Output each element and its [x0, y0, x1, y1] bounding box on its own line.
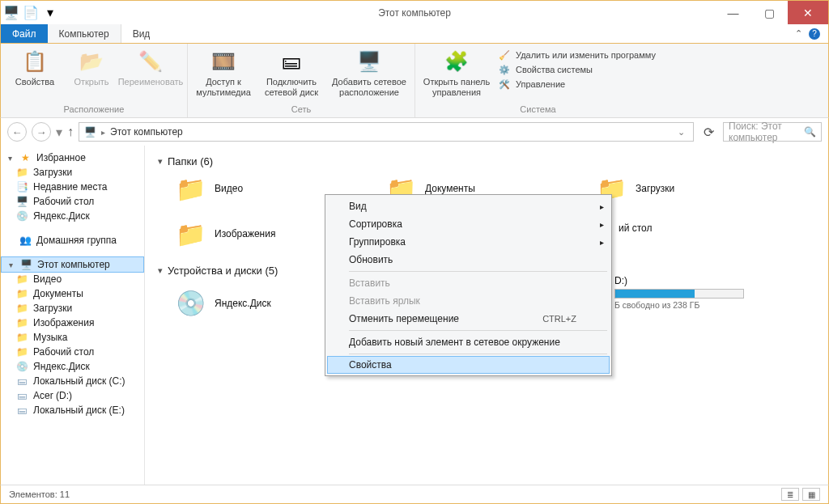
- ribbon-add-network-button[interactable]: 🖥️ Добавить сетевое расположение: [329, 45, 410, 97]
- nav-up-button[interactable]: ↑: [67, 125, 74, 139]
- sidebar-item-drive-c[interactable]: 🖴Локальный диск (C:): [1, 374, 144, 388]
- folder-icon: 📁: [15, 287, 28, 300]
- drive-d-partial[interactable]: D:) Б свободно из 238 ГБ: [614, 275, 776, 310]
- tab-view[interactable]: Вид: [121, 24, 162, 43]
- chevron-down-icon: ▾: [158, 156, 163, 167]
- ctx-paste-shortcut: Вставить ярлык: [328, 292, 609, 310]
- folder-desktop-partial[interactable]: ий стол: [619, 222, 716, 234]
- refresh-button[interactable]: ⟳: [699, 122, 718, 142]
- desktop-icon: 🖥️: [15, 195, 28, 208]
- control-panel-icon: 🧩: [444, 49, 470, 74]
- ribbon-group-network: 🎞️ Доступ к мультимедиа 🖴 Подключить сет…: [188, 44, 415, 117]
- search-icon: 🔍: [804, 126, 816, 138]
- chevron-right-icon: ▸: [600, 220, 604, 229]
- ribbon-properties-button[interactable]: 📋 Свойства: [6, 45, 64, 87]
- ribbon-open-button[interactable]: 📂 Открыть: [69, 45, 114, 87]
- ribbon-group-location: 📋 Свойства 📂 Открыть ✏️ Переименовать Ра…: [1, 44, 188, 117]
- sidebar-item-video[interactable]: 📁Видео: [1, 272, 144, 286]
- sidebar-homegroup[interactable]: 👥Домашняя группа: [1, 233, 144, 248]
- ribbon-group-system-label: Система: [420, 103, 656, 117]
- breadcrumb-root[interactable]: Этот компьютер: [110, 126, 183, 138]
- dvd-icon: 💿: [174, 289, 206, 318]
- ctx-sort[interactable]: Сортировка▸: [328, 215, 609, 233]
- collapse-ribbon-icon[interactable]: ⌃: [795, 28, 802, 39]
- tab-computer[interactable]: Компьютер: [48, 24, 121, 43]
- sidebar-item-recent[interactable]: 📑Недавние места: [1, 180, 144, 194]
- sidebar-item-drive-e[interactable]: 🖴Локальный диск (E:): [1, 403, 144, 417]
- ribbon-uninstall-button[interactable]: 🧹Удалить или изменить программу: [498, 49, 656, 61]
- ctx-refresh[interactable]: Обновить: [328, 251, 609, 269]
- breadcrumb[interactable]: 🖥️ ▸ Этот компьютер ⌄: [79, 122, 694, 142]
- ctx-add-network[interactable]: Добавить новый элемент в сетевое окружен…: [328, 333, 609, 351]
- search-input[interactable]: Поиск: Этот компьютер 🔍: [723, 122, 822, 142]
- folder-icon: 📁: [15, 316, 28, 329]
- system-props-icon: ⚙️: [498, 63, 511, 76]
- ctx-view[interactable]: Вид▸: [328, 197, 609, 215]
- sidebar-item-yadisk2[interactable]: 💿Яндекс.Диск: [1, 359, 144, 374]
- yadisk-icon: 💿: [15, 360, 28, 373]
- ctx-undo-move[interactable]: Отменить перемещениеCTRL+Z: [328, 310, 609, 328]
- sidebar-item-documents[interactable]: 📁Документы: [1, 286, 144, 301]
- pc-glyph-icon: 🖥️: [84, 126, 96, 138]
- sidebar-item-drive-d[interactable]: 🖴Acer (D:): [1, 388, 144, 403]
- open-icon: 📂: [79, 49, 104, 74]
- ribbon-map-drive-button[interactable]: 🖴 Подключить сетевой диск: [259, 45, 324, 97]
- help-icon[interactable]: ?: [809, 28, 820, 40]
- star-icon: ★: [19, 151, 32, 164]
- folder-downloads[interactable]: 📁 Загрузки: [595, 174, 789, 203]
- sidebar-item-desktop2[interactable]: 📁Рабочий стол: [1, 345, 144, 359]
- ctx-shortcut-label: CTRL+Z: [542, 314, 576, 324]
- ribbon: 📋 Свойства 📂 Открыть ✏️ Переименовать Ра…: [0, 44, 829, 118]
- status-item-count: Элементов: 11: [9, 489, 70, 499]
- nav-forward-button[interactable]: →: [32, 122, 51, 142]
- manage-icon: 🛠️: [498, 78, 511, 91]
- content-pane[interactable]: ▾ Папки (6) 📁 Видео 📁 Документы 📁 Загруз…: [145, 146, 828, 485]
- ribbon-rename-button[interactable]: ✏️ Переименовать: [119, 45, 182, 87]
- ctx-separator: [349, 354, 607, 354]
- capacity-bar-d: [614, 289, 744, 299]
- folder-icon: 📁: [15, 345, 28, 358]
- chevron-down-icon[interactable]: ⌄: [674, 127, 688, 138]
- sidebar-item-downloads[interactable]: 📁Загрузки: [1, 165, 144, 180]
- chevron-right-icon: ▸: [101, 128, 105, 137]
- nav-back-button[interactable]: ←: [7, 122, 27, 142]
- sidebar-item-downloads2[interactable]: 📁Загрузки: [1, 301, 144, 316]
- nav-history-dropdown[interactable]: ▾: [56, 125, 62, 140]
- ctx-properties[interactable]: Свойства: [327, 356, 610, 374]
- sidebar-item-yadisk[interactable]: 💿Яндекс.Диск: [1, 209, 144, 223]
- sidebar-item-pictures[interactable]: 📁Изображения: [1, 316, 144, 330]
- properties-icon: 📋: [22, 49, 48, 74]
- address-bar-row: ← → ▾ ↑ 🖥️ ▸ Этот компьютер ⌄ ⟳ Поиск: Э…: [0, 118, 829, 146]
- ribbon-manage-button[interactable]: 🛠️Управление: [498, 78, 656, 91]
- ribbon-system-properties-button[interactable]: ⚙️Свойства системы: [498, 63, 656, 76]
- section-folders[interactable]: ▾ Папки (6): [158, 155, 815, 167]
- chevron-down-icon: ▾: [158, 265, 163, 276]
- ribbon-group-location-label: Расположение: [6, 103, 182, 117]
- sidebar-thispc[interactable]: ▾🖥️Этот компьютер: [1, 256, 144, 273]
- drive-icon: 🖴: [15, 389, 28, 402]
- add-network-icon: 🖥️: [356, 49, 382, 74]
- window-title: Этот компьютер: [1, 7, 828, 19]
- ctx-paste: Вставить: [328, 274, 609, 292]
- rename-icon: ✏️: [138, 49, 164, 74]
- ctx-separator: [349, 330, 607, 331]
- ribbon-tabs: Файл Компьютер Вид ⌃ ?: [0, 24, 829, 44]
- map-drive-icon: 🖴: [278, 49, 304, 74]
- ribbon-control-panel-button[interactable]: 🧩 Открыть панель управления: [420, 45, 493, 97]
- drive-yadisk[interactable]: 💿 Яндекс.Диск: [174, 283, 336, 323]
- ribbon-media-button[interactable]: 🎞️ Доступ к мультимедиа: [193, 45, 254, 97]
- search-placeholder: Поиск: Этот компьютер: [729, 121, 804, 143]
- drive-icon: 🖴: [15, 404, 28, 417]
- sidebar-favorites[interactable]: ▾★Избранное: [1, 150, 144, 165]
- view-details-button[interactable]: ≣: [781, 488, 799, 501]
- yadisk-icon: 💿: [15, 210, 28, 222]
- view-tiles-button[interactable]: ▦: [802, 488, 820, 501]
- sidebar-item-desktop[interactable]: 🖥️Рабочий стол: [1, 194, 144, 209]
- sidebar-item-music[interactable]: 📁Музыка: [1, 330, 144, 345]
- drive-icon: 🖴: [15, 375, 28, 388]
- ctx-group[interactable]: Группировка▸: [328, 233, 609, 251]
- tab-file[interactable]: Файл: [1, 24, 48, 43]
- folder-icon: 📁: [174, 174, 206, 203]
- ribbon-group-network-label: Сеть: [193, 103, 410, 117]
- navigation-pane: ▾★Избранное 📁Загрузки 📑Недавние места 🖥️…: [1, 146, 145, 485]
